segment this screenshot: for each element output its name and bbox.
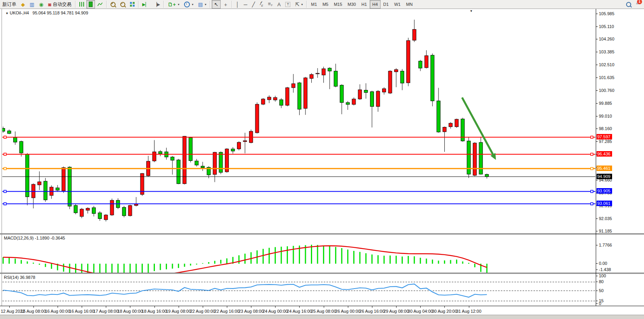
channel-tool-button[interactable]: 𝑓E (257, 0, 265, 9)
candle[interactable] (7, 130, 11, 134)
timeframe-button-m5[interactable]: M5 (320, 0, 331, 9)
candle[interactable] (407, 38, 410, 86)
candle[interactable] (243, 133, 247, 153)
candle[interactable] (104, 214, 108, 222)
candle[interactable] (249, 130, 253, 143)
market-watch-button[interactable]: ▥ (27, 0, 37, 9)
fibonacci-tool-button[interactable]: ≣F (265, 0, 275, 9)
templates-button[interactable]: ▤▾ (196, 0, 209, 9)
price-axis[interactable]: 105.985105.110104.260103.385102.510101.6… (596, 9, 644, 233)
arrows-tool-button[interactable]: ⇱▾ (293, 0, 305, 9)
candle[interactable] (286, 87, 289, 106)
timeframe-button-m15[interactable]: M15 (331, 0, 345, 9)
candle[interactable] (455, 119, 458, 128)
candle[interactable] (201, 162, 204, 171)
candle[interactable] (195, 159, 198, 167)
candle[interactable] (159, 150, 162, 156)
candle[interactable] (322, 67, 325, 83)
timeframe-button-h1[interactable]: H1 (359, 0, 370, 9)
timeframe-button-h4[interactable]: H4 (370, 0, 381, 9)
crosshair-tool-button[interactable]: ＋ (221, 0, 230, 9)
macd-axis[interactable]: 1.77660.00-1.438 (596, 234, 644, 273)
candle[interactable] (279, 98, 283, 108)
candle[interactable] (122, 206, 126, 217)
candle[interactable] (171, 156, 174, 174)
candle[interactable] (74, 204, 77, 214)
line-chart-button[interactable] (95, 0, 105, 9)
candle[interactable] (298, 82, 301, 115)
trendline-tool-button[interactable]: ╱ (250, 0, 258, 9)
order-document-button[interactable]: ◆ (19, 0, 27, 9)
candle[interactable] (183, 136, 186, 184)
candle[interactable] (26, 153, 29, 205)
timeframe-button-w1[interactable]: W1 (391, 0, 404, 9)
candle[interactable] (110, 199, 114, 216)
candle[interactable] (219, 152, 223, 174)
candle[interactable] (177, 159, 180, 184)
candle[interactable] (14, 131, 17, 145)
candle[interactable] (383, 87, 386, 95)
time-axis[interactable]: 12 Aug 202215 Aug 08:0016 Aug 00:0016 Au… (0, 306, 644, 315)
candle[interactable] (316, 68, 319, 78)
candle[interactable] (153, 140, 156, 162)
candle[interactable] (2, 127, 5, 133)
candle[interactable] (189, 137, 192, 162)
candle[interactable] (473, 142, 477, 176)
collapse-icon[interactable]: ▼ (5, 12, 9, 15)
horizontal-level-line[interactable] (2, 167, 595, 170)
horizontal-level-line[interactable] (2, 136, 595, 138)
candle[interactable] (437, 88, 440, 132)
zoom-in-button[interactable]: + (108, 0, 118, 9)
candle[interactable] (485, 174, 489, 179)
candle[interactable] (44, 178, 47, 202)
rsi-pane[interactable] (2, 274, 595, 306)
rsi-axis[interactable]: 1008050150 (596, 274, 644, 306)
candle[interactable] (334, 64, 337, 87)
candle[interactable] (165, 148, 168, 160)
candle[interactable] (328, 67, 332, 89)
horizontal-level-line[interactable] (2, 190, 595, 192)
candle[interactable] (68, 166, 71, 209)
candle[interactable] (255, 102, 259, 134)
timeframe-button-mn[interactable]: MN (403, 0, 415, 9)
auto-scroll-button[interactable]: ▶▏ (140, 0, 151, 9)
candle[interactable] (388, 70, 392, 94)
candle[interactable] (449, 122, 452, 129)
tile-windows-button[interactable] (128, 0, 137, 9)
candle[interactable] (346, 101, 349, 110)
notifications-button[interactable]: ❝ 1 (633, 0, 641, 9)
candle[interactable] (395, 68, 398, 87)
candle[interactable] (425, 50, 428, 69)
chart-shift-marker[interactable]: ▼ (470, 9, 473, 13)
search-button[interactable] (624, 0, 633, 9)
candle[interactable] (370, 91, 374, 127)
candle[interactable] (261, 98, 265, 105)
bar-chart-button[interactable] (77, 0, 86, 9)
candle[interactable] (92, 206, 96, 217)
timeframe-button-m30[interactable]: M30 (345, 0, 358, 9)
candle[interactable] (38, 171, 41, 190)
candle[interactable] (376, 90, 380, 111)
candle[interactable] (267, 95, 271, 103)
signals-button[interactable]: ◉ (37, 0, 46, 9)
candle[interactable] (56, 185, 59, 192)
text-tool-button[interactable]: A (275, 0, 283, 9)
candle[interactable] (400, 69, 404, 90)
horizontal-level-line[interactable] (2, 153, 595, 155)
zoom-out-button[interactable]: − (118, 0, 128, 9)
candle[interactable] (467, 137, 470, 178)
timeframe-button-d1[interactable]: D1 (381, 0, 391, 9)
candle[interactable] (128, 205, 132, 217)
candle[interactable] (291, 74, 295, 93)
autotrade-button[interactable]: ◙ 自动交易 (46, 0, 74, 9)
candle[interactable] (62, 167, 65, 193)
candle[interactable] (419, 60, 422, 71)
candle[interactable] (134, 197, 138, 206)
chart-shift-button[interactable]: ▕▶ (151, 0, 162, 9)
candle[interactable] (86, 207, 89, 213)
candle[interactable] (274, 96, 277, 102)
candle[interactable] (340, 84, 344, 114)
candlestick-chart-button[interactable] (86, 0, 95, 9)
candle[interactable] (310, 73, 313, 83)
candle[interactable] (431, 53, 434, 106)
